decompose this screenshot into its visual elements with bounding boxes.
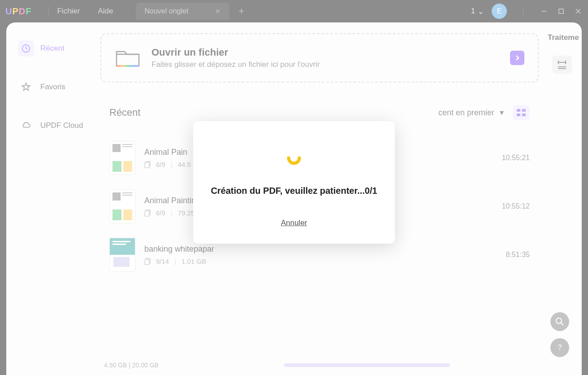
creating-pdf-modal: Création du PDF, veuillez patienter...0/… [193,121,395,244]
cancel-link[interactable]: Annuler [207,218,381,227]
spinner-icon [284,148,304,168]
modal-message: Création du PDF, veuillez patienter...0/… [207,186,381,196]
